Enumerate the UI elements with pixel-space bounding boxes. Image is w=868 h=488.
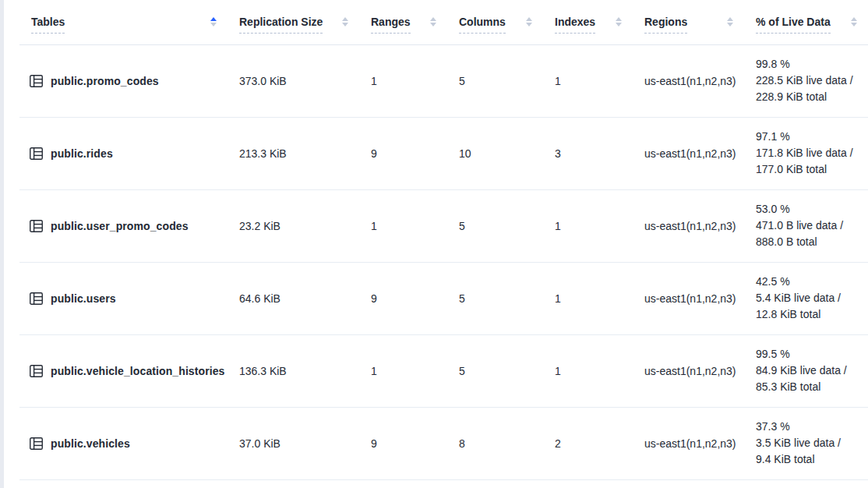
columns-cell: 8 <box>447 407 543 479</box>
table-name-cell: public.user_promo_codes <box>19 189 228 262</box>
column-label-replication-size: Replication Size <box>239 16 323 34</box>
table-grid-icon <box>30 365 43 377</box>
table-row: public.promo_codes 373.0 KiB 1 5 1 us-ea… <box>19 44 868 117</box>
table-name-cell: public.vehicle_location_histories <box>19 334 228 407</box>
table-body: public.promo_codes 373.0 KiB 1 5 1 us-ea… <box>19 44 868 479</box>
regions-value: us-east1(n1,n2,n3) <box>644 292 736 305</box>
live-data-amount: 171.8 KiB live data / <box>756 145 863 161</box>
table-row: public.vehicles 37.0 KiB 9 8 2 us-east1(… <box>19 407 868 479</box>
live-data-cell: 99.8 % 228.5 KiB live data / 228.9 KiB t… <box>744 44 868 117</box>
header-row: Tables Replication Size Ranges <box>19 0 868 44</box>
live-data-total: 12.8 KiB total <box>756 306 863 323</box>
live-data-amount: 471.0 B live data / <box>756 217 863 234</box>
sort-icon <box>727 17 733 27</box>
column-header-tables[interactable]: Tables <box>19 0 228 44</box>
column-label-live-data: % of Live Data <box>756 16 831 34</box>
table-name-link[interactable]: public.users <box>51 292 116 305</box>
table-name-cell: public.users <box>19 262 228 334</box>
live-data-cell: 53.0 % 471.0 B live data / 888.0 B total <box>744 189 868 262</box>
regions-cell: us-east1(n1,n2,n3) <box>633 44 744 117</box>
table-name-link[interactable]: public.vehicle_location_histories <box>51 365 224 377</box>
table-grid-icon <box>30 220 43 232</box>
table-grid-icon <box>30 437 43 450</box>
regions-cell: us-east1(n1,n2,n3) <box>633 189 744 262</box>
regions-cell: us-east1(n1,n2,n3) <box>633 407 744 479</box>
indexes-cell: 1 <box>543 189 633 262</box>
live-data-cell: 37.3 % 3.5 KiB live data / 9.4 KiB total <box>744 407 868 479</box>
column-header-ranges[interactable]: Ranges <box>359 0 447 44</box>
table-header: Tables Replication Size Ranges <box>19 0 868 44</box>
replication-size-cell: 64.6 KiB <box>228 262 359 334</box>
live-data-percent: 53.0 % <box>756 201 863 217</box>
regions-value: us-east1(n1,n2,n3) <box>644 75 736 87</box>
ranges-cell: 1 <box>359 189 447 262</box>
replication-size-cell: 213.3 KiB <box>228 117 359 189</box>
sort-icon <box>342 17 348 27</box>
table-row: public.vehicle_location_histories 136.3 … <box>19 334 868 407</box>
live-data-total: 9.4 KiB total <box>756 451 863 468</box>
tables-list-container: Tables Replication Size Ranges <box>19 0 868 480</box>
column-header-regions[interactable]: Regions <box>633 0 744 44</box>
tables-table: Tables Replication Size Ranges <box>19 0 868 480</box>
regions-cell: us-east1(n1,n2,n3) <box>633 117 744 189</box>
column-label-indexes: Indexes <box>555 16 595 34</box>
sort-icon <box>526 17 532 27</box>
indexes-cell: 1 <box>543 262 633 334</box>
live-data-percent: 99.5 % <box>756 346 863 362</box>
regions-value: us-east1(n1,n2,n3) <box>644 220 736 232</box>
live-data-total: 85.3 KiB total <box>756 379 863 395</box>
table-row: public.users 64.6 KiB 9 5 1 us-east1(n1,… <box>19 262 868 334</box>
ranges-cell: 9 <box>359 117 447 189</box>
indexes-cell: 2 <box>543 407 633 479</box>
replication-size-cell: 136.3 KiB <box>228 334 359 407</box>
table-row: public.rides 213.3 KiB 9 10 3 us-east1(n… <box>19 117 868 189</box>
columns-cell: 5 <box>447 334 543 407</box>
live-data-cell: 97.1 % 171.8 KiB live data / 177.0 KiB t… <box>744 117 868 189</box>
table-grid-icon <box>30 292 43 305</box>
page-left-edge <box>0 0 4 488</box>
live-data-amount: 3.5 KiB live data / <box>756 435 863 451</box>
column-header-live-data[interactable]: % of Live Data <box>744 0 868 44</box>
replication-size-cell: 373.0 KiB <box>228 44 359 117</box>
regions-value: us-east1(n1,n2,n3) <box>644 147 736 160</box>
ranges-cell: 1 <box>359 334 447 407</box>
table-grid-icon <box>30 75 43 87</box>
regions-cell: us-east1(n1,n2,n3) <box>633 262 744 334</box>
columns-cell: 5 <box>447 262 543 334</box>
tables-page: Tables Replication Size Ranges <box>0 0 868 488</box>
columns-cell: 5 <box>447 189 543 262</box>
column-label-tables: Tables <box>31 16 65 34</box>
live-data-percent: 42.5 % <box>756 274 863 290</box>
live-data-total: 888.0 B total <box>756 234 863 250</box>
indexes-cell: 1 <box>543 334 633 407</box>
regions-cell: us-east1(n1,n2,n3) <box>633 334 744 407</box>
table-name-link[interactable]: public.promo_codes <box>51 75 159 87</box>
table-name-link[interactable]: public.vehicles <box>51 437 130 450</box>
column-header-replication-size[interactable]: Replication Size <box>228 0 359 44</box>
indexes-cell: 3 <box>543 117 633 189</box>
table-name-link[interactable]: public.rides <box>51 147 113 160</box>
indexes-cell: 1 <box>543 44 633 117</box>
live-data-amount: 5.4 KiB live data / <box>756 290 863 306</box>
table-grid-icon <box>30 147 43 160</box>
column-header-indexes[interactable]: Indexes <box>543 0 633 44</box>
live-data-percent: 37.3 % <box>756 419 863 435</box>
live-data-cell: 99.5 % 84.9 KiB live data / 85.3 KiB tot… <box>744 334 868 407</box>
column-label-columns: Columns <box>459 16 506 34</box>
live-data-amount: 84.9 KiB live data / <box>756 362 863 379</box>
columns-cell: 10 <box>447 117 543 189</box>
live-data-total: 228.9 KiB total <box>756 89 863 105</box>
table-name-cell: public.rides <box>19 117 228 189</box>
column-label-ranges: Ranges <box>371 16 411 34</box>
sort-icon <box>851 17 857 27</box>
sort-icon <box>430 17 436 27</box>
table-name-cell: public.vehicles <box>19 407 228 479</box>
live-data-percent: 97.1 % <box>756 129 863 145</box>
column-header-columns[interactable]: Columns <box>447 0 543 44</box>
replication-size-cell: 23.2 KiB <box>228 189 359 262</box>
table-name-link[interactable]: public.user_promo_codes <box>51 220 189 232</box>
live-data-percent: 99.8 % <box>756 56 863 72</box>
ranges-cell: 9 <box>359 262 447 334</box>
live-data-cell: 42.5 % 5.4 KiB live data / 12.8 KiB tota… <box>744 262 868 334</box>
sort-icon <box>616 17 622 27</box>
